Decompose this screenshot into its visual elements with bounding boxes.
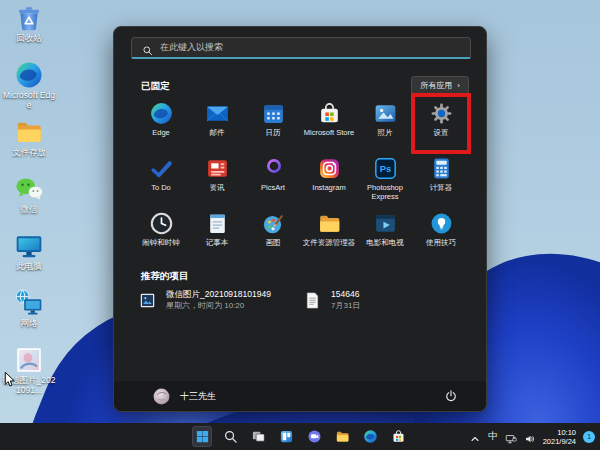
taskbar-search-button[interactable] bbox=[220, 426, 240, 447]
pinned-app-ps-express[interactable]: PsPhotoshop Express bbox=[357, 152, 413, 207]
desktop-icon-label: 此电脑 bbox=[16, 262, 42, 272]
app-label: 使用技巧 bbox=[426, 239, 456, 248]
desktop-icon-wechat[interactable]: 微信 bbox=[2, 174, 56, 231]
pinned-app-paint[interactable]: 画图 bbox=[245, 207, 301, 262]
app-label: 计算器 bbox=[430, 184, 453, 193]
pinned-app-mail[interactable]: 邮件 bbox=[189, 97, 245, 152]
pinned-app-instagram[interactable]: Instagram bbox=[301, 152, 357, 207]
pinned-app-explorer[interactable]: 文件资源管理器 bbox=[301, 207, 357, 262]
store-icon bbox=[317, 101, 342, 126]
pinned-section-header: 已固定 bbox=[141, 80, 170, 93]
pinned-app-clock[interactable]: 闹钟和时钟 bbox=[133, 207, 189, 262]
recommended-item[interactable]: 微信图片_20210918101949星期六，时间为 10:20 bbox=[138, 289, 303, 312]
store-icon bbox=[391, 429, 406, 444]
app-label: 文件资源管理器 bbox=[303, 239, 356, 248]
explorer-icon bbox=[317, 211, 342, 236]
desktop-icon-network[interactable]: 网络 bbox=[2, 288, 56, 345]
desktop-icon-this-pc[interactable]: 此电脑 bbox=[2, 231, 56, 288]
desktop-icon-folder[interactable]: 文件存放 bbox=[2, 117, 56, 174]
recommended-item[interactable]: 1546467月31日 bbox=[303, 289, 468, 312]
system-tray: 中 10:10 2021/9/24 1 bbox=[469, 423, 595, 450]
start-search-input[interactable]: 在此键入以搜索 bbox=[131, 37, 471, 59]
image-photo-icon bbox=[138, 289, 157, 312]
text-file-icon bbox=[303, 289, 322, 312]
tray-time: 10:10 bbox=[543, 428, 576, 437]
app-label: 照片 bbox=[378, 129, 393, 138]
desktop-icon-edge[interactable]: Microsoft Edge bbox=[2, 60, 56, 117]
edge-icon bbox=[14, 60, 44, 90]
calendar-icon bbox=[261, 101, 286, 126]
desktop-icon-recycle-bin[interactable]: 回收站 bbox=[2, 3, 56, 60]
user-avatar[interactable] bbox=[152, 387, 171, 406]
movies-icon bbox=[373, 211, 398, 236]
app-label: 资讯 bbox=[210, 184, 225, 193]
taskbar-start-button[interactable] bbox=[192, 426, 212, 447]
mouse-cursor bbox=[4, 371, 16, 389]
start-menu: 在此键入以搜索 已固定 所有应用 › Edge邮件日历Microsoft Sto… bbox=[113, 26, 487, 412]
pinned-app-edge[interactable]: Edge bbox=[133, 97, 189, 152]
tray-date: 2021/9/24 bbox=[543, 437, 576, 446]
instagram-icon bbox=[317, 156, 342, 181]
recommended-title: 154646 bbox=[331, 289, 360, 300]
picsart-icon bbox=[261, 156, 286, 181]
edge-icon bbox=[149, 101, 174, 126]
widgets-icon bbox=[279, 429, 294, 444]
pinned-app-todo[interactable]: To Do bbox=[133, 152, 189, 207]
chat-icon bbox=[307, 429, 322, 444]
all-apps-label: 所有应用 bbox=[420, 80, 452, 91]
pinned-app-photos[interactable]: 照片 bbox=[357, 97, 413, 152]
power-button[interactable] bbox=[444, 389, 458, 403]
pinned-app-store[interactable]: Microsoft Store bbox=[301, 97, 357, 152]
clock[interactable]: 10:10 2021/9/24 bbox=[543, 428, 576, 446]
pinned-app-calendar[interactable]: 日历 bbox=[245, 97, 301, 152]
volume-button[interactable] bbox=[524, 431, 536, 443]
taskbar-chat-button[interactable] bbox=[304, 426, 324, 447]
pinned-app-notepad[interactable]: 记事本 bbox=[189, 207, 245, 262]
search-placeholder: 在此键入以搜索 bbox=[160, 41, 223, 54]
folder-icon bbox=[335, 429, 350, 444]
desktop-icon-label: 文件存放 bbox=[12, 148, 46, 158]
notepad-icon bbox=[205, 211, 230, 236]
pinned-app-picsart[interactable]: PicsArt bbox=[245, 152, 301, 207]
app-label: 电影和电视 bbox=[366, 239, 404, 248]
start-user-bar: 十三先生 bbox=[114, 381, 486, 411]
app-label: PicsArt bbox=[261, 184, 285, 193]
pinned-app-tips[interactable]: 使用技巧 bbox=[413, 207, 469, 262]
pinned-app-movies[interactable]: 电影和电视 bbox=[357, 207, 413, 262]
desktop-icon-column: 回收站Microsoft Edge文件存放微信此电脑网络微信图片_2021091… bbox=[2, 3, 56, 402]
todo-icon bbox=[149, 156, 174, 181]
app-label: Microsoft Store bbox=[304, 129, 354, 138]
clock-icon bbox=[149, 211, 174, 236]
taskview-icon bbox=[251, 429, 266, 444]
desktop-icon-label: 回收站 bbox=[16, 34, 42, 44]
recommended-title: 微信图片_20210918101949 bbox=[166, 289, 271, 300]
mail-icon bbox=[205, 101, 230, 126]
taskbar-task-view-button[interactable] bbox=[248, 426, 268, 447]
taskbar-file-explorer-button[interactable] bbox=[332, 426, 352, 447]
app-label: Instagram bbox=[312, 184, 345, 193]
taskbar-store-button[interactable] bbox=[388, 426, 408, 447]
calculator-icon bbox=[429, 156, 454, 181]
recommended-subtitle: 星期六，时间为 10:20 bbox=[166, 300, 271, 311]
app-label: 闹钟和时钟 bbox=[142, 239, 180, 248]
user-name[interactable]: 十三先生 bbox=[180, 390, 216, 403]
hidden-icons-button[interactable] bbox=[469, 431, 481, 443]
taskbar-edge-button[interactable] bbox=[360, 426, 380, 447]
app-label: 日历 bbox=[266, 129, 281, 138]
svg-text:Ps: Ps bbox=[379, 164, 390, 174]
app-label: 邮件 bbox=[210, 129, 225, 138]
pinned-app-calculator[interactable]: 计算器 bbox=[413, 152, 469, 207]
pinned-app-news[interactable]: 资讯 bbox=[189, 152, 245, 207]
app-label: Edge bbox=[152, 129, 170, 138]
tips-icon bbox=[429, 211, 454, 236]
ps-express-icon: Ps bbox=[373, 156, 398, 181]
image-file-icon bbox=[14, 345, 44, 375]
taskbar-widgets-button[interactable] bbox=[276, 426, 296, 447]
notification-badge[interactable]: 1 bbox=[583, 431, 595, 443]
desktop: 回收站Microsoft Edge文件存放微信此电脑网络微信图片_2021091… bbox=[0, 0, 600, 450]
network-status-button[interactable] bbox=[505, 431, 517, 443]
wechat-icon bbox=[14, 174, 44, 204]
settings-highlight-box bbox=[411, 93, 471, 154]
ime-indicator[interactable]: 中 bbox=[488, 430, 498, 443]
edge-icon bbox=[363, 429, 378, 444]
